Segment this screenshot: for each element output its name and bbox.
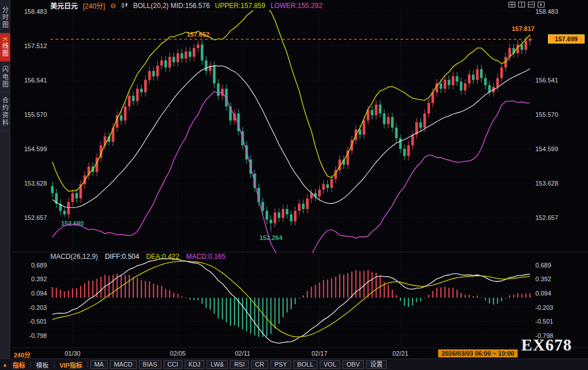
toolbar-button-vol[interactable]: VOL [320,360,340,369]
macd-tick-left: 0.689 [31,262,47,269]
layout-grid-icon[interactable] [508,2,515,7]
date-tick: 02/11 [235,350,251,357]
toolbar-button-boll[interactable]: BOLL [293,360,317,369]
sidebar-item-kline-chart[interactable]: K线图 [0,33,10,62]
layout-vsplit-icon[interactable] [518,2,525,7]
price-tick-left: 152.657 [24,214,47,221]
toolbar-button-obv[interactable]: OBV [343,360,364,369]
sidebar-item-time-chart[interactable]: 分时图 [0,2,10,33]
toolbar-tab-vip-indicator[interactable]: VIP指标 [57,360,85,369]
toolbar-separator [54,361,54,368]
sidebar-item-contract-info[interactable]: 合约资料 [0,93,10,131]
macd-pane [52,259,531,344]
macd-tick-left: 0.094 [31,290,47,297]
macd-tick-right: -0.501 [535,318,553,325]
kline-style-icon[interactable] [121,2,128,9]
toolbar-button-macd[interactable]: MACD [110,360,136,369]
toolbar-button-settings[interactable]: 设置 [366,360,387,369]
indicator-menu-arrow-icon[interactable]: ▲ [2,362,7,368]
macd-tick-right: 0.094 [535,290,551,297]
macd-params-label: MACD(26,12,9) [50,253,98,261]
macd-dea-value: DEA:0.422 [146,253,179,261]
macd-tick-left: -0.203 [29,304,47,311]
chart-header: 美元日元 [240分] ⊖ BOLL(20,2) MID:156.576 UPP… [50,1,323,10]
toolbar-tab-template[interactable]: 模板 [33,360,51,369]
toolbar-button-cr[interactable]: CR [251,360,268,369]
macd-macd-value: MACD:0.165 [186,253,225,261]
boll-upper-label: UPPER:157.859 [215,2,265,10]
macd-tick-left: -0.798 [29,332,47,339]
macd-tick-left: -0.501 [29,318,47,325]
trading-terminal: 158.483158.483157.512156.541156.541155.5… [0,0,588,370]
toolbar-button-cci[interactable]: CCI [164,360,182,369]
date-tick: 02/05 [170,350,186,357]
boll-mid-label: BOLL(20,2) MID:156.576 [133,2,210,10]
price-tick-right: 155.570 [535,111,558,118]
macd-tick-right: -0.203 [535,304,553,311]
price-tick-right: 156.541 [535,77,558,84]
toolbar-button-lw[interactable]: LW& [206,360,228,369]
date-tick: 02/21 [392,350,408,357]
layout-next-icon[interactable] [538,2,545,7]
toolbar-separator [88,361,88,368]
chart-canvas[interactable]: 158.483158.483157.512156.541156.541155.5… [0,0,588,370]
x-axis-period-label[interactable]: 240分 [14,350,30,359]
price-tick-right: 152.657 [535,214,558,221]
price-tick-right: 153.628 [535,180,558,187]
bollinger-bands [53,6,530,267]
current-price-box: 157.699 [548,34,585,44]
toolbar-separator [30,361,31,368]
toolbar-button-rsi[interactable]: RSI [230,360,248,369]
date-tick: 02/17 [312,350,328,357]
sidebar-item-lightning-chart[interactable]: 闪电图 [0,62,10,93]
price-tick-left: 155.570 [24,111,47,118]
watermark: EX678 [521,336,572,355]
price-marker: 157.817 [512,25,535,32]
boll-lower-label: LOWER:155.292 [271,2,323,10]
price-tick-left: 157.512 [24,42,47,49]
toolbar-tab-indicator[interactable]: 指标 [10,360,28,369]
price-tick-left: 154.599 [24,145,47,152]
macd-tick-right: 0.392 [535,275,551,282]
collapse-pane-icon[interactable]: ⊖ [110,2,116,9]
toolbar-button-psy[interactable]: PSY [271,360,291,369]
layout-hsplit-icon[interactable] [528,2,535,7]
macd-header: MACD(26,12,9) DIFF:0.504 DEA:0.422 MACD:… [50,253,225,261]
toolbar-button-ma[interactable]: MA [90,360,108,369]
symbol-name[interactable]: 美元日元 [50,1,78,10]
layout-controls [508,2,545,7]
macd-tick-left: 0.392 [31,275,47,282]
price-tick-right: 158.483 [535,8,558,15]
macd-tick-right: 0.689 [535,262,551,269]
toolbar-button-kdj[interactable]: KDJ [185,360,205,369]
candles [51,35,531,231]
price-marker: 157.652 [186,31,209,38]
date-tick: 01/30 [65,350,81,357]
x-axis-range-label: 2026/03/03 06:00 ~ 10:00 [438,349,518,357]
price-marker: 152.264 [260,234,283,241]
macd-diff-value: DIFF:0.504 [105,253,139,261]
toolbar-button-bias[interactable]: BIAS [139,360,161,369]
price-tick-right: 154.599 [535,145,558,152]
sidebar: 分时图K线图闪电图合约资料 [0,0,10,359]
price-tick-left: 153.628 [24,180,47,187]
bottom-toolbar: ▲ 指标模板VIP指标MAMACDBIASCCIKDJLW&RSICRPSYBO… [0,359,588,370]
period-label[interactable]: [240分] [83,1,105,10]
price-tick-left: 158.483 [24,8,47,15]
price-tick-left: 156.541 [24,77,47,84]
